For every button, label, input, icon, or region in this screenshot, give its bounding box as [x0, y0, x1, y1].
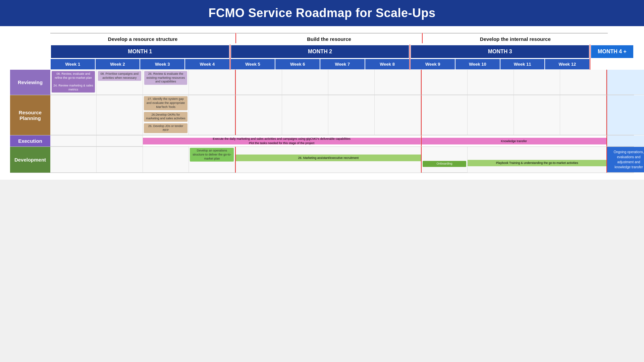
execution-label: Execution: [10, 135, 50, 146]
execution-cells: Execute the daily marketing and sales ac…: [50, 135, 644, 146]
execution-knowledge-transfer: Knowledge transfer: [422, 138, 606, 144]
roadmap-grid: MONTH 1 MONTH 2 MONTH 3 MONTH 4 + Week 1…: [10, 45, 634, 173]
reviewing-week8-cell: [375, 70, 421, 95]
rp-week7-cell: [328, 95, 375, 135]
phase-3-label: Develop the internal resource: [423, 33, 608, 43]
ex-week1-cell: [50, 135, 97, 146]
month-2-header: MONTH 2: [230, 45, 410, 59]
reviewing-week9-cell: [422, 70, 468, 95]
rp-task-okr: 26.Develop OKRs for marketing and sales …: [144, 112, 188, 122]
main-content: Develop a resource structure Build the r…: [0, 26, 644, 180]
phase-2-label: Build the resource: [236, 33, 421, 43]
execution-task-pink: Execute the daily marketing and sales ac…: [143, 138, 421, 144]
ex-week3-8-cell: Execute the daily marketing and sales ac…: [143, 135, 421, 146]
rp-week4-cell: [189, 95, 235, 135]
rp-week9-cell: [422, 95, 468, 135]
reviewing-week2-cell: 08. Prioritise campaigns and activities …: [97, 70, 143, 95]
dev-week9-cell: Onboarding: [422, 147, 468, 173]
ex-week2-cell: [97, 135, 143, 146]
week-11-header: Week 11: [500, 59, 545, 70]
reviewing-task-3: 26. Review & evaluate the existing marke…: [144, 71, 187, 85]
week-headers-row: Week 1 Week 2 Week 3 Week 4 Week 5 Week …: [50, 59, 634, 70]
rp-task-jd: 26. Develop JDs or tender RFP: [144, 123, 188, 133]
reviewing-week1-cell: 08. Review, evaluate and refine the go-t…: [50, 70, 97, 95]
reviewing-label: Reviewing: [10, 70, 50, 95]
page-title: FCMO Service Roadmap for Scale-Ups: [208, 6, 435, 20]
rp-week8-cell: [375, 95, 421, 135]
resource-planning-cells: 27. Identify the system gap and evaluate…: [50, 95, 644, 135]
week-7-header: Week 7: [320, 59, 365, 70]
week-6-header: Week 6: [275, 59, 320, 70]
reviewing-task-2: 08. Prioritise campaigns and activities …: [98, 71, 141, 81]
dev-week4-cell: Develop an operations structure to deliv…: [189, 147, 235, 173]
week-4-header: Week 4: [185, 59, 230, 70]
week-2-header: Week 2: [95, 59, 140, 70]
reviewing-week3-cell: 26. Review & evaluate the existing marke…: [143, 70, 189, 95]
reviewing-week12-cell: [560, 70, 606, 95]
development-cells: Develop an operations structure to deliv…: [50, 147, 644, 173]
rp-week5-cell: [236, 95, 282, 135]
ex-month4-cell: [607, 135, 644, 146]
dev-week2-cell: [97, 147, 143, 173]
week-9-header: Week 9: [410, 59, 455, 70]
resource-planning-row: Resource Planning 27. Identify the syste…: [10, 95, 634, 135]
reviewing-month4-cell: [607, 70, 644, 95]
rp-week2-cell: [97, 95, 143, 135]
dev-task-ops: Develop an operations structure to deliv…: [190, 148, 234, 162]
rp-week12-cell: [560, 95, 606, 135]
reviewing-task-1: 08. Review, evaluate and refine the go-t…: [52, 71, 95, 93]
week-12-header: Week 12: [545, 59, 590, 70]
reviewing-week6-cell: [282, 70, 328, 95]
dev-week10-12-cell: Playbook Training & understanding the go…: [468, 147, 606, 173]
dev-task-onboarding: Onboarding: [423, 161, 467, 167]
week-10-header: Week 10: [455, 59, 500, 70]
dev-week1-cell: [50, 147, 97, 173]
week-3-header: Week 3: [140, 59, 185, 70]
resource-planning-label: Resource Planning: [10, 95, 50, 135]
reviewing-cells: 08. Review, evaluate and refine the go-t…: [50, 70, 644, 95]
dev-task-playbook: Playbook Training & understanding the go…: [468, 160, 606, 166]
rp-week6-cell: [282, 95, 328, 135]
reviewing-week5-cell: [236, 70, 282, 95]
execution-row: Execution Execute the daily marketing an…: [10, 135, 634, 147]
dev-week3-cell: [143, 147, 189, 173]
rp-week1-cell: [50, 95, 97, 135]
month-headers-row: MONTH 1 MONTH 2 MONTH 3 MONTH 4 +: [50, 45, 634, 59]
reviewing-week11-cell: [514, 70, 560, 95]
month-1-header: MONTH 1: [50, 45, 230, 59]
page-wrapper: FCMO Service Roadmap for Scale-Ups Devel…: [0, 0, 644, 180]
rp-week10-cell: [468, 95, 514, 135]
reviewing-week7-cell: [328, 70, 375, 95]
rp-week3-cell: 27. Identify the system gap and evaluate…: [143, 95, 189, 135]
title-banner: FCMO Service Roadmap for Scale-Ups: [0, 0, 644, 26]
week-1-header: Week 1: [50, 59, 95, 70]
rp-week11-cell: [514, 95, 560, 135]
reviewing-week10-cell: [468, 70, 514, 95]
week-8-header: Week 8: [365, 59, 410, 70]
phases-row: Develop a resource structure Build the r…: [50, 33, 634, 43]
month-3-header: MONTH 3: [410, 45, 590, 59]
month4-ongoing-text: Ongoing operations, evaluations and adju…: [607, 147, 644, 172]
reviewing-row: Reviewing 08. Review, evaluate and refin…: [10, 70, 634, 95]
dev-task-recruitment: 26. Marketing assistant/executive recrui…: [236, 155, 421, 161]
month-4-header: MONTH 4 +: [590, 45, 634, 59]
dev-week5-8-cell: 26. Marketing assistant/executive recrui…: [236, 147, 421, 173]
reviewing-week4-cell: [189, 70, 235, 95]
dev-month4-cell: Ongoing operations, evaluations and adju…: [607, 147, 644, 173]
rp-task-martech: 27. Identify the system gap and evaluate…: [144, 96, 188, 110]
phase-1-label: Develop a resource structure: [50, 33, 235, 43]
development-row: Development Develop an operations struct…: [10, 147, 634, 173]
week-5-header: Week 5: [230, 59, 275, 70]
rp-month4-cell: [607, 95, 644, 135]
development-label: Development: [10, 147, 50, 173]
ex-week9-12-cell: Knowledge transfer: [422, 135, 606, 146]
